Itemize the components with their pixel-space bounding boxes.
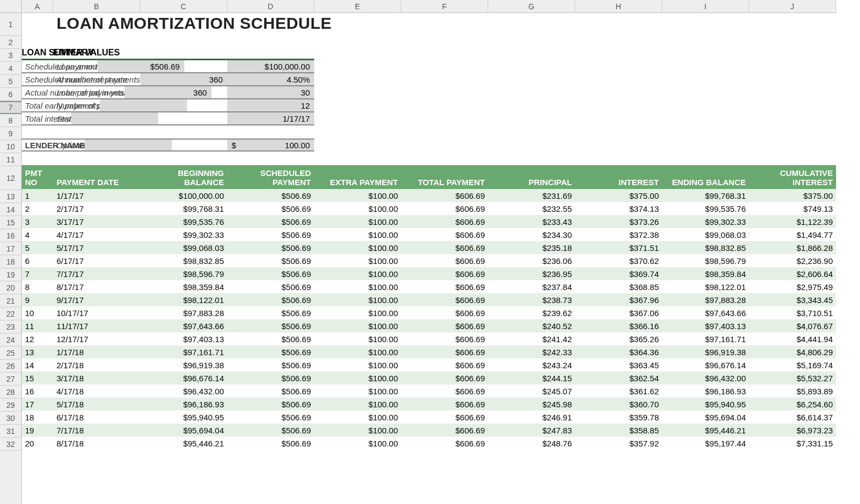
table-cell[interactable]: 13 <box>22 345 53 358</box>
table-cell[interactable]: $1,866.28 <box>749 241 836 254</box>
row-header-27[interactable]: 27 <box>0 373 21 386</box>
param-value[interactable]: 30 <box>227 86 314 98</box>
table-cell[interactable]: 6/17/18 <box>53 411 140 424</box>
table-cell[interactable]: $506.69 <box>227 437 314 450</box>
table-cell[interactable]: $99,768.31 <box>662 189 749 202</box>
row-header-12[interactable]: 12 <box>0 166 21 190</box>
table-cell[interactable]: $370.62 <box>575 254 662 267</box>
table-cell[interactable]: $232.55 <box>488 202 575 215</box>
row-header-32[interactable]: 32 <box>0 438 21 451</box>
table-cell[interactable]: 12/17/17 <box>53 332 140 345</box>
col-header-C[interactable]: C <box>140 0 227 12</box>
table-cell[interactable]: $606.69 <box>401 306 488 319</box>
table-cell[interactable]: $506.69 <box>227 241 314 254</box>
table-cell[interactable]: $100.00 <box>314 241 401 254</box>
table-cell[interactable]: $95,446.21 <box>140 437 227 450</box>
table-cell[interactable]: $97,883.28 <box>140 306 227 319</box>
table-cell[interactable]: $6,614.37 <box>749 411 836 424</box>
row-header-28[interactable]: 28 <box>0 386 21 399</box>
table-cell[interactable]: $245.98 <box>488 398 575 411</box>
table-cell[interactable]: $96,432.00 <box>662 371 749 385</box>
table-cell[interactable]: $3,343.45 <box>749 293 836 306</box>
table-cell[interactable]: 11 <box>22 319 53 332</box>
table-cell[interactable]: 20 <box>22 437 53 450</box>
table-cell[interactable]: $99,302.33 <box>662 215 749 228</box>
table-cell[interactable]: $99,068.03 <box>140 241 227 254</box>
table-cell[interactable]: $357.92 <box>575 437 662 450</box>
table-cell[interactable]: $6,254.60 <box>749 398 836 411</box>
param-value[interactable]: 12 <box>227 99 314 111</box>
table-cell[interactable]: 6/17/17 <box>53 254 140 267</box>
table-cell[interactable]: 3/17/17 <box>53 215 140 228</box>
table-cell[interactable]: $2,975.49 <box>749 280 836 293</box>
table-cell[interactable]: $95,694.04 <box>662 411 749 424</box>
table-cell[interactable]: $231.69 <box>488 189 575 202</box>
table-cell[interactable]: $100.00 <box>314 319 401 332</box>
table-cell[interactable]: $246.91 <box>488 411 575 424</box>
table-cell[interactable]: $369.74 <box>575 267 662 280</box>
table-row[interactable]: 197/17/18$95,694.04$506.69$100.00$606.69… <box>22 424 836 437</box>
table-cell[interactable]: $247.83 <box>488 424 575 437</box>
table-cell[interactable]: $506.69 <box>227 385 314 398</box>
table-cell[interactable]: $96,676.14 <box>662 358 749 371</box>
table-cell[interactable]: 3 <box>22 215 53 228</box>
table-cell[interactable]: $365.26 <box>575 332 662 345</box>
table-cell[interactable]: $95,446.21 <box>662 424 749 437</box>
row-header-16[interactable]: 16 <box>0 229 21 242</box>
col-header-J[interactable]: J <box>749 0 836 12</box>
table-cell[interactable]: $2,606.64 <box>749 267 836 280</box>
table-cell[interactable]: 5/17/18 <box>53 398 140 411</box>
summary-value[interactable] <box>71 112 158 124</box>
table-cell[interactable]: 5 <box>22 241 53 254</box>
param-value[interactable]: 4.50% <box>227 73 314 85</box>
row-header-8[interactable]: 8 <box>0 114 21 127</box>
table-cell[interactable]: $506.69 <box>227 424 314 437</box>
table-cell[interactable]: $243.24 <box>488 358 575 371</box>
table-cell[interactable]: $100,000.00 <box>140 189 227 202</box>
table-cell[interactable]: 10/17/17 <box>53 306 140 319</box>
table-cell[interactable]: $100.00 <box>314 228 401 241</box>
table-cell[interactable]: $375.00 <box>575 189 662 202</box>
table-cell[interactable]: $100.00 <box>314 202 401 215</box>
table-cell[interactable]: $3,710.51 <box>749 306 836 319</box>
table-cell[interactable]: $95,940.95 <box>662 398 749 411</box>
table-cell[interactable]: $4,076.67 <box>749 319 836 332</box>
row-header-7[interactable]: 7 <box>0 101 21 114</box>
summary-value[interactable] <box>100 99 187 111</box>
table-cell[interactable]: $506.69 <box>227 398 314 411</box>
row-header-13[interactable]: 13 <box>0 190 21 203</box>
row-header-31[interactable]: 31 <box>0 425 21 438</box>
table-row[interactable]: 11/17/17$100,000.00$506.69$100.00$606.69… <box>22 189 836 202</box>
table-cell[interactable]: $99,302.33 <box>140 228 227 241</box>
table-cell[interactable]: $240.52 <box>488 319 575 332</box>
table-cell[interactable]: $100.00 <box>314 215 401 228</box>
table-cell[interactable]: 16 <box>22 385 53 398</box>
table-cell[interactable]: $606.69 <box>401 437 488 450</box>
table-cell[interactable]: $248.76 <box>488 437 575 450</box>
table-cell[interactable]: $506.69 <box>227 332 314 345</box>
row-header-24[interactable]: 24 <box>0 333 21 346</box>
table-cell[interactable]: $606.69 <box>401 385 488 398</box>
table-cell[interactable]: $236.06 <box>488 254 575 267</box>
table-cell[interactable]: $234.30 <box>488 228 575 241</box>
table-row[interactable]: 175/17/18$96,186.93$506.69$100.00$606.69… <box>22 398 836 411</box>
table-cell[interactable]: $506.69 <box>227 411 314 424</box>
table-row[interactable]: 1212/17/17$97,403.13$506.69$100.00$606.6… <box>22 332 836 345</box>
table-row[interactable]: 88/17/17$98,359.84$506.69$100.00$606.69$… <box>22 280 836 293</box>
table-cell[interactable]: $100.00 <box>314 332 401 345</box>
table-cell[interactable]: $96,186.93 <box>140 398 227 411</box>
col-header-H[interactable]: H <box>575 0 662 12</box>
summary-value[interactable]: $506.69 <box>97 60 184 72</box>
table-row[interactable]: 164/17/18$96,432.00$506.69$100.00$606.69… <box>22 385 836 398</box>
table-cell[interactable]: $100.00 <box>314 267 401 280</box>
col-header-D[interactable]: D <box>227 0 314 12</box>
table-cell[interactable]: $100.00 <box>314 424 401 437</box>
table-row[interactable]: 77/17/17$98,596.79$506.69$100.00$606.69$… <box>22 267 836 280</box>
row-header-23[interactable]: 23 <box>0 320 21 333</box>
table-cell[interactable]: 3/17/18 <box>53 371 140 385</box>
table-cell[interactable]: 12 <box>22 332 53 345</box>
table-cell[interactable]: $506.69 <box>227 280 314 293</box>
row-header-1[interactable]: 1 <box>0 13 21 36</box>
row-header-3[interactable]: 3 <box>0 49 21 62</box>
table-cell[interactable]: $506.69 <box>227 189 314 202</box>
